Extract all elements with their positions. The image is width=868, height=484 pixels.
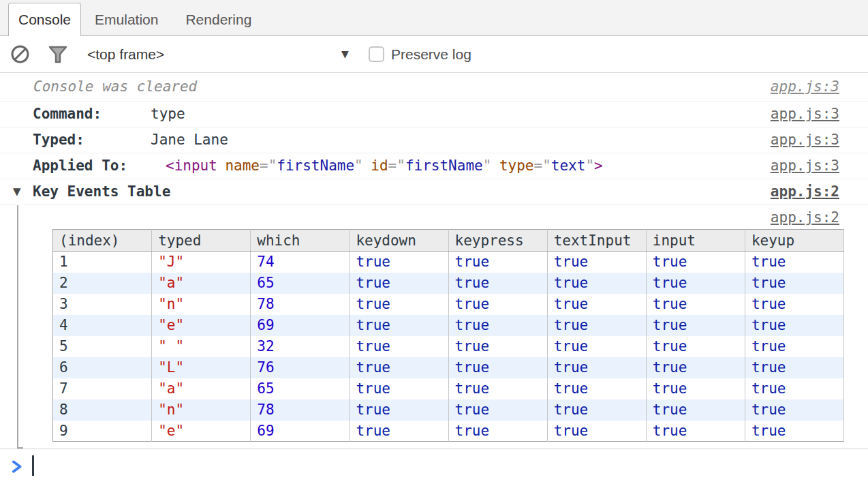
table-cell: true [745, 294, 843, 315]
prompt-chevron-icon [12, 460, 22, 476]
table-cell: true [745, 336, 843, 357]
table-cell: true [547, 399, 646, 421]
element-equals-token: = [388, 157, 397, 174]
table-cell: "L" [152, 357, 251, 378]
table-cell: true [646, 399, 745, 421]
table-col-header[interactable]: input [646, 230, 745, 252]
tab-rendering[interactable]: Rendering [172, 3, 265, 35]
text-cursor [32, 455, 34, 476]
table-cell: 8 [53, 399, 152, 421]
table-col-header[interactable]: keyup [745, 230, 843, 252]
table-cell: true [745, 252, 843, 273]
table-cell: true [350, 273, 448, 294]
table-col-header[interactable]: keypress [448, 230, 547, 252]
element-attr-name: id [371, 157, 388, 174]
table-cell: 2 [53, 273, 152, 294]
element-tag-token: <input [166, 157, 217, 174]
source-link[interactable]: app.js:3 [771, 127, 839, 153]
message-value: type [151, 102, 185, 127]
source-link[interactable]: app.js:3 [771, 153, 839, 179]
console-prompt-input[interactable] [0, 449, 868, 484]
table-cell: true [745, 399, 843, 421]
element-quote-token: " [483, 157, 492, 174]
table-cell: true [646, 336, 745, 357]
table-cell: true [646, 357, 745, 378]
table-cell: 74 [251, 252, 350, 273]
table-cell: "n" [152, 294, 251, 315]
table-cell: 78 [251, 399, 350, 421]
element-equals-token: = [260, 157, 268, 174]
element-quote-token: " [585, 157, 594, 174]
table-cell: true [547, 294, 646, 315]
table-cell: true [448, 378, 547, 399]
preserve-log-label[interactable]: Preserve log [391, 36, 471, 72]
table-cell: true [350, 315, 448, 336]
table-cell: "a" [152, 378, 251, 399]
table-cell: true [350, 294, 448, 315]
message-label: Command: [33, 102, 102, 127]
table-row: 8"n"78truetruetruetruetrue [53, 399, 844, 421]
table-cell: true [547, 273, 646, 294]
table-row: 4"e"69truetruetruetruetrue [53, 315, 844, 336]
table-cell: true [448, 336, 547, 357]
disclosure-triangle-icon[interactable]: ▼ [13, 179, 21, 205]
source-link[interactable]: app.js:2 [771, 209, 839, 226]
tab-emulation[interactable]: Emulation [81, 3, 172, 35]
devtools-tabbar: Console Emulation Rendering [0, 0, 868, 36]
applied-element-markup[interactable]: <inputname="firstName"id="firstName"type… [166, 153, 603, 179]
tab-console[interactable]: Console [8, 3, 81, 36]
table-cell: true [448, 399, 547, 421]
table-col-header[interactable]: typed [152, 230, 251, 252]
table-cell: " " [152, 336, 251, 357]
table-cell: true [547, 336, 646, 357]
table-cell: 76 [251, 357, 350, 378]
table-col-header[interactable]: textInput [547, 230, 646, 252]
group-indent-guide [17, 205, 18, 449]
table-col-header[interactable]: (index) [53, 230, 152, 252]
source-link[interactable]: app.js:3 [771, 73, 839, 101]
console-message-typed: Typed: Jane Lane app.js:3 [0, 127, 868, 153]
key-events-table: (index)typedwhichkeydownkeypresstextInpu… [52, 229, 844, 442]
source-link[interactable]: app.js:3 [771, 102, 839, 127]
table-cell: true [350, 378, 448, 399]
table-cell: true [745, 378, 843, 399]
table-cell: 4 [53, 315, 152, 336]
table-cell: 69 [251, 315, 350, 336]
table-cell: 7 [53, 378, 152, 399]
table-cell: 78 [251, 294, 350, 315]
element-quote-token: " [397, 157, 405, 174]
table-cell: true [448, 421, 547, 442]
frame-selector-value: <top frame> [87, 36, 164, 72]
table-row: 7"a"65truetruetruetruetrue [53, 378, 844, 399]
key-events-tbody: 1"J"74truetruetruetruetrue2"a"65truetrue… [53, 252, 844, 442]
table-cell: "a" [152, 273, 251, 294]
key-events-header-row: (index)typedwhichkeydownkeypresstextInpu… [53, 230, 844, 252]
element-attr-value: firstName [405, 157, 483, 174]
table-cell: true [745, 315, 843, 336]
frame-selector-dropdown[interactable]: <top frame> ▼ [0, 36, 354, 72]
group-title[interactable]: Key Events Table [33, 179, 170, 205]
message-label: Typed: [33, 127, 84, 153]
source-link[interactable]: app.js:2 [771, 179, 839, 205]
table-cell: 65 [251, 378, 350, 399]
table-cell: true [547, 378, 646, 399]
table-cell: true [646, 421, 745, 442]
table-cell: true [646, 294, 745, 315]
table-col-header[interactable]: keydown [350, 230, 448, 252]
chevron-down-icon: ▼ [341, 36, 349, 72]
table-col-header[interactable]: which [251, 230, 350, 252]
cleared-text: Console was cleared [33, 73, 197, 101]
element-quote-token: " [542, 157, 551, 174]
console-message-cleared: Console was cleared app.js:3 [0, 73, 868, 102]
table-cell: 3 [53, 294, 152, 315]
preserve-log-checkbox[interactable] [369, 46, 384, 62]
console-group-header: ▼ Key Events Table app.js:2 [0, 179, 868, 205]
element-tag-token: > [594, 157, 603, 174]
table-cell: true [547, 357, 646, 378]
table-row: 6"L"76truetruetruetruetrue [53, 357, 844, 378]
table-cell: true [448, 357, 547, 378]
table-cell: "n" [152, 399, 251, 421]
table-row: 9"e"69truetruetruetruetrue [53, 421, 844, 442]
table-cell: 69 [251, 421, 350, 442]
table-cell: "J" [152, 252, 251, 273]
